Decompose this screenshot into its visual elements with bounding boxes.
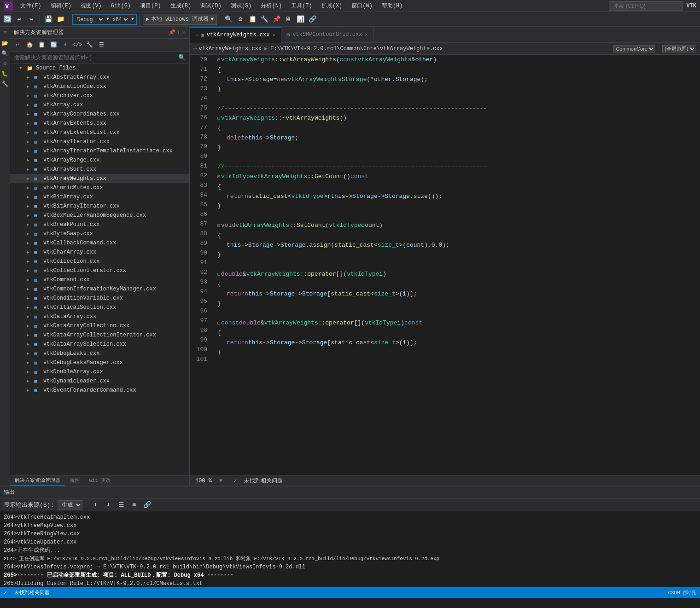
platform-select[interactable]: x64 x86 — [111, 16, 129, 23]
toolbar-icon-5[interactable]: 📌 — [271, 14, 282, 25]
sidebar-icon-1[interactable]: ≡ — [0, 29, 10, 38]
menu-test[interactable]: 测试(S) — [227, 1, 256, 11]
tree-item-33[interactable]: ▶ ⊞ vtkDynamicLoader.cxx — [10, 376, 189, 386]
close-icon[interactable]: ✕ — [182, 29, 186, 36]
tree-item-18[interactable]: ▶ ⊞ vtkCallbackCommand.cxx — [10, 238, 189, 248]
output-btn-1[interactable]: ⬆ — [90, 499, 101, 510]
tree-item-17[interactable]: ▶ ⊞ vtkByteSwap.cxx — [10, 229, 189, 238]
toolbar-icon-6[interactable]: 🖥 — [283, 14, 294, 25]
search-input[interactable] — [609, 1, 682, 11]
tab-solution-explorer[interactable]: 解决方案资源管理器 — [10, 476, 65, 486]
sol-tool-3[interactable]: 📋 — [36, 40, 47, 51]
debug-target-selector[interactable]: ▶ 本地 Windows 调试器 ▼ — [143, 14, 217, 25]
toolbar-icon-1[interactable]: 🔍 — [223, 14, 234, 25]
toolbar-icon-4[interactable]: 🔧 — [259, 14, 270, 25]
sidebar-icon-5[interactable]: 🐛 — [0, 69, 10, 78]
tree-item-0[interactable]: ▶ ⊞ vtkAbstractArray.cxx — [10, 73, 189, 82]
sol-tool-8[interactable]: ☰ — [96, 40, 107, 51]
sol-tool-2[interactable]: 🏠 — [24, 40, 35, 51]
toolbar-icon-8[interactable]: 🔗 — [307, 14, 318, 25]
toolbar-redo-btn[interactable]: ↪ — [26, 14, 37, 25]
tree-item-20[interactable]: ▶ ⊞ vtkCollection.cxx — [10, 257, 189, 266]
tree-item-25[interactable]: ▶ ⊞ vtkCriticalSection.cxx — [10, 303, 189, 312]
tree-item-24[interactable]: ▶ ⊞ vtkConditionVariable.cxx — [10, 294, 189, 303]
tree-item-34[interactable]: ▶ ⊞ vtkEventForwarderCommand.cxx — [10, 386, 189, 395]
tree-item-21[interactable]: ▶ ⊞ vtkCollectionIterator.cxx — [10, 266, 189, 275]
editor-tab-0[interactable]: → ⊞ vtkArrayWeights.cxx ✕ — [190, 27, 281, 43]
scope-select[interactable]: (全局范围) — [662, 45, 696, 52]
fold-icon[interactable]: ⊟ — [217, 221, 220, 231]
tree-item-31[interactable]: ▶ ⊞ vtkDebugLeaksManager.cxx — [10, 358, 189, 367]
sol-tool-1[interactable]: ↩ — [12, 40, 23, 51]
sol-tool-4[interactable]: 🔄 — [48, 40, 59, 51]
output-btn-4[interactable]: ≡ — [128, 499, 140, 510]
fold-icon[interactable]: ⊟ — [217, 114, 220, 123]
tree-item-7[interactable]: ▶ ⊞ vtkArrayIterator.cxx — [10, 137, 189, 146]
tab-close-icon-0[interactable]: ✕ — [272, 32, 275, 38]
tree-item-source-files[interactable]: ▼ 📁 Source Files — [10, 64, 189, 73]
toolbar-undo-btn[interactable]: ↩ — [14, 14, 25, 25]
tree-item-30[interactable]: ▶ ⊞ vtkDebugLeaks.cxx — [10, 349, 189, 358]
toolbar-save-btn[interactable]: 💾 — [43, 14, 54, 25]
toolbar-icon-3[interactable]: 📋 — [247, 14, 258, 25]
solution-search-input[interactable] — [14, 54, 176, 61]
menu-edit[interactable]: 编辑(E) — [47, 1, 76, 11]
tab-git-changes[interactable]: Git 更改 — [84, 476, 116, 486]
output-source-select[interactable]: 生成 — [58, 500, 82, 510]
tree-item-3[interactable]: ▶ ⊞ vtkArray.cxx — [10, 100, 189, 110]
menu-file[interactable]: 文件(F) — [17, 1, 45, 11]
toolbar-icon-2[interactable]: ⚙ — [235, 14, 246, 25]
tree-item-13[interactable]: ▶ ⊞ vtkBitArray.cxx — [10, 192, 189, 202]
tree-item-12[interactable]: ▶ ⊞ vtkAtomicMutex.cxx — [10, 183, 189, 192]
sol-tool-7[interactable]: 🔧 — [84, 40, 95, 51]
fold-icon[interactable]: ⊟ — [217, 270, 220, 279]
tree-item-15[interactable]: ▶ ⊞ vtkBoxMuellerRandomSequence.cxx — [10, 211, 189, 220]
tree-item-23[interactable]: ▶ ⊞ vtkCommonInformationKeyManager.cxx — [10, 284, 189, 294]
output-btn-3[interactable]: ☰ — [116, 499, 127, 510]
debug-config-select[interactable]: Debug Release — [75, 16, 105, 23]
tree-item-5[interactable]: ▶ ⊞ vtkArrayExtents.cxx — [10, 119, 189, 128]
tree-item-26[interactable]: ▶ ⊞ vtkDataArray.cxx — [10, 312, 189, 321]
output-btn-2[interactable]: ⬇ — [103, 499, 114, 510]
tree-item-1[interactable]: ▶ ⊞ vtkAnimationCue.cxx — [10, 82, 189, 91]
menu-window[interactable]: 窗口(W) — [348, 1, 376, 11]
fold-icon[interactable]: ⊟ — [217, 318, 220, 328]
sidebar-icon-3[interactable]: 🔍 — [0, 49, 10, 58]
breadcrumb-file[interactable]: vtkArrayWeights.cxx — [198, 46, 262, 52]
tree-item-29[interactable]: ▶ ⊞ vtkDataArraySelection.cxx — [10, 340, 189, 349]
menu-project[interactable]: 项目(P) — [136, 1, 165, 11]
tree-item-16[interactable]: ▶ ⊞ vtkBreakPoint.cxx — [10, 220, 189, 229]
breadcrumb-path[interactable]: E:\VTK\VTK-9.2.0.rc1\Common\Core\vtkArra… — [270, 46, 443, 52]
tree-item-27[interactable]: ▶ ⊞ vtkDataArrayCollection.cxx — [10, 321, 189, 330]
menu-git[interactable]: Git(G) — [107, 2, 134, 10]
tab-properties[interactable]: 属性 — [65, 476, 84, 486]
toolbar-save-all-btn[interactable]: 📁 — [55, 14, 66, 25]
toolbar-icon-7[interactable]: 📊 — [295, 14, 306, 25]
menu-tools[interactable]: 工具(T) — [287, 1, 316, 11]
menu-extensions[interactable]: 扩展(X) — [318, 1, 346, 11]
pin-icon[interactable]: 📌 — [169, 29, 175, 36]
tree-item-2[interactable]: ▶ ⊞ vtkArchiver.cxx — [10, 91, 189, 100]
fold-icon[interactable]: ⊟ — [217, 55, 220, 65]
tree-item-22[interactable]: ▶ ⊞ vtkCommand.cxx — [10, 275, 189, 284]
tree-item-14[interactable]: ▶ ⊞ vtkBitArrayIterator.cxx — [10, 202, 189, 211]
arrow-icon[interactable]: ⟨ — [177, 29, 181, 36]
sidebar-icon-4[interactable]: ⚙ — [0, 59, 10, 68]
tree-item-11[interactable]: ▶ ⊞ vtkArrayWeights.cxx — [10, 174, 189, 183]
fold-icon[interactable]: ⊟ — [217, 172, 220, 182]
tree-item-32[interactable]: ▶ ⊞ vtkDoubleArray.cxx — [10, 367, 189, 376]
namespace-select[interactable]: CommonCore — [613, 45, 655, 52]
sol-tool-6[interactable]: </> — [72, 40, 83, 51]
menu-debug[interactable]: 调试(D) — [197, 1, 225, 11]
toolbar-new-btn[interactable]: 🔄 — [2, 14, 13, 25]
tab-close-icon-1[interactable]: ✕ — [365, 32, 368, 37]
output-btn-5[interactable]: 🔗 — [141, 499, 152, 510]
editor-tab-1[interactable]: ⊞ vtkSMPContourGrid.cxx ✕ — [281, 27, 374, 43]
menu-analyze[interactable]: 分析(N) — [257, 1, 286, 11]
tree-item-4[interactable]: ▶ ⊞ vtkArrayCoordinates.cxx — [10, 110, 189, 119]
code-content[interactable]: ⊟ vtkArrayWeights::vtkArrayWeights(const… — [213, 55, 700, 475]
tree-item-6[interactable]: ▶ ⊞ vtkArrayExtentsList.cxx — [10, 128, 189, 137]
menu-build[interactable]: 生成(B) — [167, 1, 195, 11]
sidebar-icon-6[interactable]: 🔧 — [0, 79, 10, 88]
sol-tool-5[interactable]: ⚡ — [60, 40, 71, 51]
